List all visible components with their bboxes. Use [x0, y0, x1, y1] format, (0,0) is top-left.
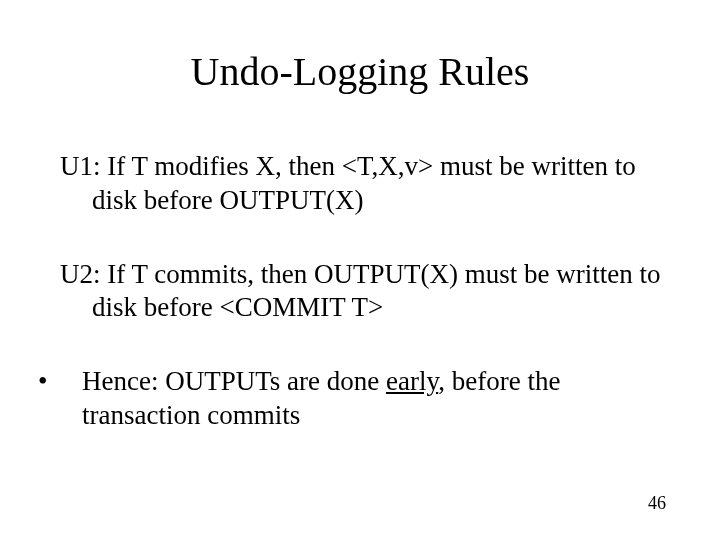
- conclusion-bullet: •Hence: OUTPUTs are done early, before t…: [60, 365, 670, 433]
- slide-title: Undo-Logging Rules: [0, 48, 720, 95]
- conclusion-underlined: early: [386, 366, 438, 396]
- conclusion-pre: Hence: OUTPUTs are done: [82, 366, 386, 396]
- rule-u2: U2: If T commits, then OUTPUT(X) must be…: [60, 258, 670, 326]
- page-number: 46: [648, 493, 666, 514]
- slide: Undo-Logging Rules U1: If T modifies X, …: [0, 0, 720, 540]
- slide-body: U1: If T modifies X, then <T,X,v> must b…: [60, 150, 670, 433]
- bullet-dot-icon: •: [60, 365, 82, 399]
- rule-u1: U1: If T modifies X, then <T,X,v> must b…: [60, 150, 670, 218]
